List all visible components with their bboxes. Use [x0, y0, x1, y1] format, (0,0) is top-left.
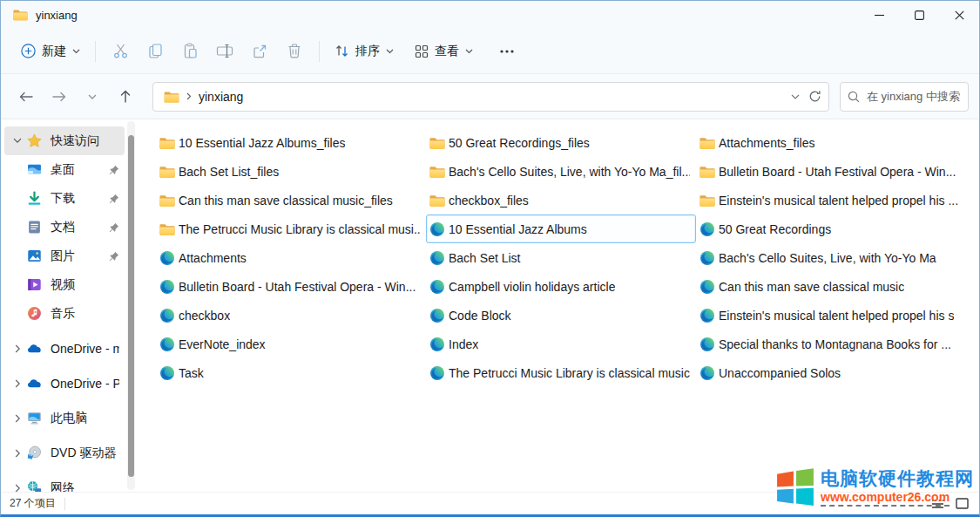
file-item[interactable]: Unaccompanied Solos	[696, 358, 966, 387]
file-item[interactable]: Special thanks to Montagnana Books for .…	[696, 330, 966, 358]
thumbnail-view-icon	[956, 498, 969, 509]
edge-html-file-icon	[429, 337, 445, 352]
address-bar[interactable]: yinxiang	[152, 82, 829, 112]
file-item[interactable]: Einstein's musical talent helped propel …	[696, 186, 966, 214]
file-item[interactable]: Einstein's musical talent helped propel …	[696, 301, 966, 330]
close-button[interactable]	[939, 1, 979, 29]
recent-locations-button[interactable]	[78, 82, 107, 112]
sidebar-scrollbar[interactable]	[127, 121, 135, 490]
sidebar-item-network[interactable]: 网络	[4, 473, 125, 492]
back-button[interactable]	[11, 82, 41, 112]
file-item[interactable]: Can this man save classical music_files	[156, 186, 426, 214]
view-button[interactable]: 查看	[407, 37, 481, 65]
sidebar-item-label: 此电脑	[51, 411, 87, 426]
file-item[interactable]: Attachments_files	[696, 128, 966, 157]
file-name: Bach's Cello Suites, Live, with Yo-Yo Ma…	[449, 165, 690, 179]
sidebar-item-documents[interactable]: 文档	[4, 213, 125, 241]
sidebar-item-label: 音乐	[51, 306, 75, 322]
folder-icon	[429, 164, 445, 180]
file-name: Bach's Cello Suites, Live, with Yo-Yo Ma	[719, 251, 936, 265]
minimize-button[interactable]	[859, 1, 899, 29]
file-item[interactable]: 10 Essential Jazz Albums	[426, 214, 696, 243]
sidebar-item-label: OneDrive - myc	[51, 342, 119, 356]
file-name: checkbox_files	[449, 194, 529, 207]
search-box[interactable]	[840, 82, 969, 112]
sidebar-item-label: 快速访问	[51, 133, 99, 149]
pin-icon	[109, 165, 119, 175]
share-button[interactable]	[242, 36, 277, 67]
paste-icon	[182, 43, 199, 59]
command-toolbar: 新建	[1, 29, 979, 74]
chevron-right-icon[interactable]	[8, 414, 27, 423]
copy-button[interactable]	[138, 36, 172, 67]
file-name: 50 Great Recordings	[719, 222, 831, 236]
sidebar-item-this-pc[interactable]: 此电脑	[4, 404, 125, 432]
sidebar-item-dvd-drive[interactable]: DVD 驱动器 (D:)	[4, 439, 125, 467]
file-column-2: 50 Great Recordings_filesBach's Cello Su…	[426, 128, 696, 492]
status-bar: 27 个项目	[1, 492, 979, 514]
folder-icon	[159, 221, 175, 237]
delete-button[interactable]	[277, 36, 312, 67]
sidebar-item-onedrive-2[interactable]: OneDrive - Pers	[4, 369, 125, 398]
new-button[interactable]: 新建	[13, 37, 88, 65]
file-name: Einstein's musical talent helped propel …	[719, 194, 958, 207]
sidebar-item-desktop[interactable]: 桌面	[4, 155, 125, 184]
edge-html-file-icon	[700, 365, 715, 381]
cut-button[interactable]	[103, 36, 138, 67]
chevron-down-icon[interactable]	[8, 138, 27, 144]
sidebar-item-onedrive-1[interactable]: OneDrive - myc	[4, 334, 125, 363]
file-item[interactable]: Bach's Cello Suites, Live, with Yo-Yo Ma…	[426, 157, 696, 186]
file-name: Unaccompanied Solos	[719, 366, 841, 380]
file-item[interactable]: checkbox	[156, 301, 426, 330]
search-input[interactable]	[867, 90, 961, 103]
large-icons-view-button[interactable]	[953, 496, 970, 512]
chevron-right-icon[interactable]	[8, 344, 27, 353]
sidebar-scrollbar-thumb[interactable]	[128, 135, 134, 477]
file-item[interactable]: checkbox_files	[426, 186, 696, 214]
file-item[interactable]: Attachments	[156, 243, 426, 272]
refresh-icon[interactable]	[808, 90, 821, 103]
file-item[interactable]: EverNote_index	[156, 330, 426, 358]
file-item[interactable]: Bach's Cello Suites, Live, with Yo-Yo Ma	[696, 243, 966, 272]
chevron-right-icon[interactable]	[8, 449, 27, 458]
breadcrumb[interactable]: yinxiang	[160, 88, 247, 105]
sidebar-item-downloads[interactable]: 下载	[4, 184, 125, 213]
file-item[interactable]: Task	[156, 358, 426, 387]
file-item[interactable]: Bulletin Board - Utah Festival Opera - W…	[696, 157, 966, 186]
item-count: 27 个项目	[10, 496, 56, 511]
maximize-button[interactable]	[899, 1, 939, 29]
address-dropdown-icon[interactable]	[791, 94, 800, 99]
more-options-button[interactable]	[490, 36, 524, 67]
edge-html-file-icon	[429, 250, 445, 266]
file-item[interactable]: The Petrucci Music Library is classical …	[156, 214, 426, 243]
address-bar-row: yinxiang	[1, 74, 979, 119]
details-view-button[interactable]	[929, 496, 946, 512]
file-item[interactable]: Bach Set List	[426, 243, 696, 272]
file-item[interactable]: 50 Great Recordings	[696, 214, 966, 243]
file-item[interactable]: Code Block	[426, 301, 696, 330]
forward-button[interactable]	[44, 82, 74, 112]
sidebar-item-videos[interactable]: 视频	[4, 270, 125, 299]
file-item[interactable]: Bach Set List_files	[156, 157, 426, 186]
title-bar: yinxiang	[1, 1, 979, 29]
chevron-right-icon[interactable]	[8, 484, 27, 493]
sort-button[interactable]: 排序	[327, 37, 402, 65]
chevron-right-icon[interactable]	[8, 379, 27, 388]
file-item[interactable]: 50 Great Recordings_files	[426, 128, 696, 157]
sidebar-item-quick-access[interactable]: 快速访问	[4, 126, 125, 155]
dvd-icon	[27, 446, 42, 460]
sidebar-item-pictures[interactable]: 图片	[4, 241, 125, 270]
trash-icon	[287, 43, 302, 59]
file-item[interactable]: Campbell violin holidays article	[426, 272, 696, 301]
file-item[interactable]: Index	[426, 330, 696, 358]
paste-button[interactable]	[172, 36, 207, 67]
file-item[interactable]: Can this man save classical music	[696, 272, 966, 301]
file-name: 10 Essential Jazz Albums_files	[179, 136, 345, 150]
file-item[interactable]: The Petrucci Music Library is classical …	[426, 358, 696, 387]
rename-button[interactable]	[207, 36, 242, 67]
breadcrumb-segment[interactable]: yinxiang	[199, 90, 243, 104]
up-button[interactable]	[111, 82, 140, 112]
file-item[interactable]: Bulletin Board - Utah Festival Opera - W…	[156, 272, 426, 301]
sidebar-item-music[interactable]: 音乐	[4, 299, 125, 328]
file-item[interactable]: 10 Essential Jazz Albums_files	[156, 128, 426, 157]
